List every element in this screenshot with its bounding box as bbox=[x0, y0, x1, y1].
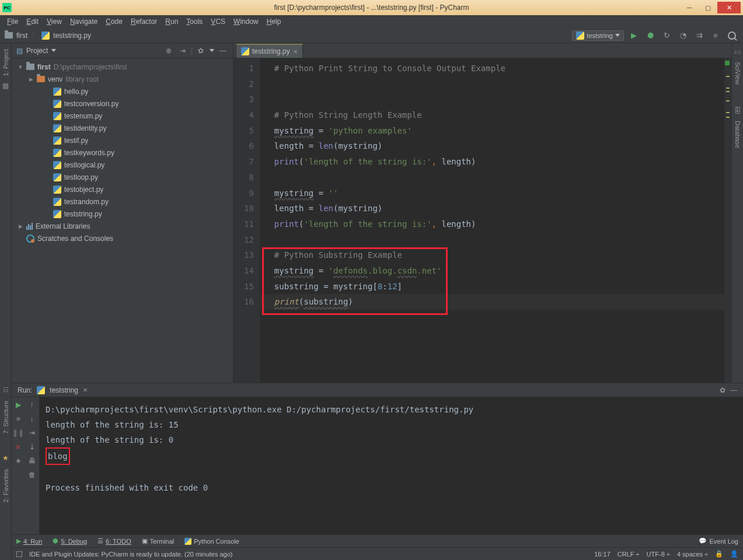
memory-indicator[interactable]: 🔒 bbox=[715, 550, 723, 558]
run-configuration-selector[interactable]: teststring bbox=[572, 30, 624, 41]
terminal-tool-button[interactable]: ▣ Terminal bbox=[142, 537, 175, 545]
collapse-icon[interactable]: ⇥ bbox=[177, 46, 188, 56]
tree-file-testkeywords-py[interactable]: testkeywords.py bbox=[12, 146, 233, 159]
chevron-down-icon[interactable] bbox=[51, 49, 56, 52]
code-line-12[interactable] bbox=[260, 232, 724, 248]
sciview-icon[interactable]: ▭ bbox=[734, 48, 741, 56]
menu-file[interactable]: File bbox=[4, 16, 22, 27]
marker-tick[interactable] bbox=[726, 112, 730, 113]
code-content[interactable]: # Python Print String to Console Output … bbox=[260, 58, 724, 383]
code-line-14[interactable]: mystring = 'defonds.blog.csdn.net' bbox=[260, 263, 724, 279]
project-tool-label[interactable]: 1: Project bbox=[2, 48, 9, 77]
code-line-16[interactable]: print(substring) bbox=[260, 294, 724, 310]
coverage-button[interactable]: ↻ bbox=[660, 29, 673, 42]
code-line-10[interactable]: length = len(mystring) bbox=[260, 201, 724, 216]
code-editor[interactable]: 12345678910111213141516 # Python Print S… bbox=[233, 58, 731, 383]
status-icon[interactable] bbox=[16, 551, 22, 557]
todo-tool-button[interactable]: ☰ 6: TODO bbox=[97, 537, 131, 545]
tree-file-testenum-py[interactable]: testenum.py bbox=[12, 110, 233, 122]
menu-window[interactable]: Window bbox=[230, 16, 262, 27]
code-line-4[interactable]: # Python String Length Example bbox=[260, 107, 724, 123]
code-line-1[interactable]: # Python Print String to Console Output … bbox=[260, 61, 724, 76]
event-log-button[interactable]: 💬 Event Log bbox=[699, 537, 738, 545]
line-separator[interactable]: CRLF ÷ bbox=[618, 551, 640, 558]
sciview-label[interactable]: SciView bbox=[734, 61, 741, 86]
soft-wrap-icon[interactable]: ⇥ bbox=[29, 429, 35, 437]
database-icon[interactable]: 🗄 bbox=[734, 107, 741, 115]
run-tab-name[interactable]: teststring bbox=[50, 386, 78, 394]
profile-button[interactable]: ◔ bbox=[676, 29, 689, 42]
debug-button[interactable]: ⬢ bbox=[644, 29, 657, 42]
cursor-position[interactable]: 16:17 bbox=[594, 551, 611, 558]
structure-icon[interactable]: ☷ bbox=[3, 386, 9, 394]
code-line-6[interactable]: length = len(mystring) bbox=[260, 138, 724, 154]
menu-tools[interactable]: Tools bbox=[183, 16, 206, 27]
menu-edit[interactable]: Edit bbox=[23, 16, 42, 27]
settings-icon[interactable]: ✿ bbox=[196, 46, 206, 56]
marker-tick[interactable] bbox=[726, 100, 730, 102]
code-line-13[interactable]: # Python Substring Example bbox=[260, 247, 724, 263]
python-console-button[interactable]: Python Console bbox=[184, 538, 239, 545]
hide-run-icon[interactable]: — bbox=[730, 386, 737, 394]
menu-navigate[interactable]: Navigate bbox=[67, 16, 101, 27]
clear-icon[interactable]: 🗑 bbox=[29, 471, 36, 479]
marker-tick[interactable] bbox=[726, 117, 730, 118]
code-line-2[interactable] bbox=[260, 76, 724, 92]
tree-file-testloop-py[interactable]: testloop.py bbox=[12, 171, 233, 183]
run-button[interactable]: ▶ bbox=[627, 29, 640, 42]
code-line-7[interactable]: print('length of the string is:', length… bbox=[260, 154, 724, 170]
favorite-star-icon[interactable]: ★ bbox=[15, 457, 22, 465]
tree-venv[interactable]: ▶ venv library root bbox=[12, 73, 233, 85]
stop-button[interactable]: ■ bbox=[709, 29, 722, 42]
tree-file-testrandom-py[interactable]: testrandom.py bbox=[12, 195, 233, 208]
exit-button[interactable]: ⤫ bbox=[15, 443, 21, 451]
minimize-button[interactable]: ─ bbox=[680, 2, 699, 13]
editor-tab[interactable]: teststring.py ✕ bbox=[236, 44, 303, 58]
marker-tick[interactable] bbox=[726, 76, 730, 77]
project-rail-icon[interactable]: ▦ bbox=[2, 82, 9, 90]
tree-root[interactable]: ▼ first D:\pycharmprojects\first bbox=[12, 61, 233, 73]
debug-tool-button[interactable]: ⬢ 5: Debug bbox=[53, 537, 87, 545]
chevron-down-icon[interactable] bbox=[210, 49, 214, 52]
locate-icon[interactable]: ⊕ bbox=[163, 46, 174, 56]
close-button[interactable]: ✕ bbox=[717, 2, 741, 13]
tree-file-testif-py[interactable]: testif.py bbox=[12, 134, 233, 146]
close-run-tab-icon[interactable]: ✕ bbox=[83, 387, 88, 393]
rerun-button[interactable]: ▶ bbox=[16, 401, 21, 409]
run-settings-icon[interactable]: ✿ bbox=[720, 386, 725, 394]
hector-icon[interactable]: 👤 bbox=[730, 550, 738, 558]
hide-icon[interactable]: — bbox=[218, 46, 228, 56]
close-tab-icon[interactable]: ✕ bbox=[293, 48, 298, 55]
project-tree[interactable]: ▼ first D:\pycharmprojects\first▶ venv l… bbox=[12, 58, 233, 383]
menu-help[interactable]: Help bbox=[263, 16, 285, 27]
run-tool-button[interactable]: ▶ 4: Run bbox=[16, 537, 42, 545]
menu-code[interactable]: Code bbox=[102, 16, 126, 27]
tree-file-teststring-py[interactable]: teststring.py bbox=[12, 208, 233, 220]
maximize-button[interactable]: ▢ bbox=[699, 2, 717, 13]
code-line-9[interactable]: mystring = '' bbox=[260, 186, 724, 201]
code-line-15[interactable]: substring = mystring[8:12] bbox=[260, 279, 724, 295]
tree-external-libraries[interactable]: ▶ External Libraries bbox=[12, 220, 233, 232]
structure-label[interactable]: 7: Structure bbox=[2, 401, 9, 434]
file-encoding[interactable]: UTF-8 ÷ bbox=[647, 551, 670, 558]
favorites-star-icon[interactable]: ★ bbox=[2, 454, 9, 462]
concurrency-button[interactable]: ⇉ bbox=[693, 29, 706, 42]
code-line-3[interactable] bbox=[260, 92, 724, 107]
run-console-output[interactable]: D:\pycharmprojects\first\venv\Scripts\py… bbox=[40, 397, 743, 534]
favorites-label[interactable]: 2: Favorites bbox=[2, 469, 9, 502]
tree-file-testobject-py[interactable]: testobject.py bbox=[12, 183, 233, 195]
code-line-5[interactable]: mystring = 'python examples' bbox=[260, 123, 724, 139]
up-stack-icon[interactable]: ↑ bbox=[30, 401, 34, 409]
print-icon[interactable]: 🖶 bbox=[29, 457, 36, 465]
breadcrumb-file[interactable]: teststring.py bbox=[53, 32, 91, 40]
tree-file-testidentity-py[interactable]: testidentity.py bbox=[12, 122, 233, 134]
code-line-8[interactable] bbox=[260, 170, 724, 186]
menu-vcs[interactable]: VCS bbox=[207, 16, 229, 27]
marker-tick[interactable] bbox=[726, 91, 730, 92]
code-line-11[interactable]: print('length of the string is:', length… bbox=[260, 216, 724, 232]
tree-file-hello-py[interactable]: hello.py bbox=[12, 85, 233, 97]
menu-view[interactable]: View bbox=[43, 16, 65, 27]
breadcrumb-root[interactable]: first bbox=[16, 32, 27, 40]
tree-file-testconversion-py[interactable]: testconversion.py bbox=[12, 97, 233, 110]
database-label[interactable]: Database bbox=[734, 120, 741, 149]
